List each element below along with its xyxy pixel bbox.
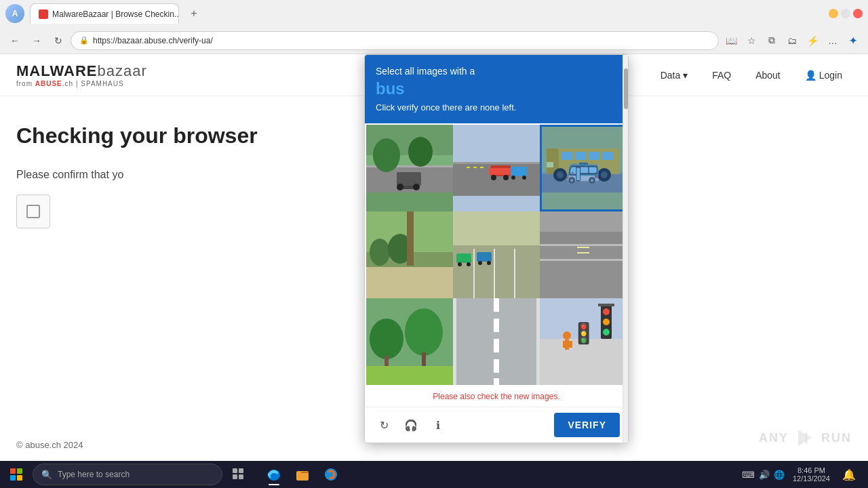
captcha-cell-6[interactable] xyxy=(540,211,627,298)
info-icon: ℹ xyxy=(436,419,440,432)
captcha-cell-9[interactable] xyxy=(540,298,627,385)
taskbar-explorer-button[interactable] xyxy=(289,462,316,487)
split-button[interactable]: ⧉ xyxy=(762,31,781,50)
login-icon: 👤 xyxy=(805,70,816,81)
notification-center-button[interactable]: 🔔 xyxy=(838,462,860,487)
extensions-button[interactable]: ⚡ xyxy=(803,31,822,50)
svg-point-20 xyxy=(491,175,496,180)
notification-icon: 🔔 xyxy=(842,468,856,481)
svg-rect-92 xyxy=(233,474,237,479)
svg-rect-91 xyxy=(239,468,243,473)
refresh-button[interactable]: ↻ xyxy=(49,31,68,50)
captcha-info-button[interactable]: ℹ xyxy=(427,414,449,436)
taskbar-clock[interactable]: 8:46 PM 12/13/2024 xyxy=(787,466,835,483)
tab-label: MalwareBazaar | Browse Checkin... xyxy=(52,9,179,19)
svg-rect-85 xyxy=(598,304,614,306)
captcha-keyword: bus xyxy=(376,79,617,98)
task-view-icon xyxy=(231,467,246,482)
svg-point-67 xyxy=(405,308,443,356)
svg-point-37 xyxy=(601,171,608,178)
volume-icon[interactable]: 🔊 xyxy=(759,470,770,480)
svg-point-82 xyxy=(603,308,610,315)
captcha-cell-8[interactable] xyxy=(453,298,540,385)
anyrun-text2: RUN xyxy=(821,431,852,445)
keyboard-icon: ⌨ xyxy=(742,470,755,480)
svg-rect-47 xyxy=(453,245,540,298)
tab-favicon xyxy=(39,9,48,19)
captcha-refresh-button[interactable]: ↻ xyxy=(373,414,395,436)
nav-about[interactable]: About xyxy=(746,66,790,85)
captcha-cell-1[interactable] xyxy=(366,125,453,211)
captcha-verify-button[interactable]: VERIFY xyxy=(554,413,620,437)
taskbar-search[interactable]: 🔍 Type here to search xyxy=(33,464,222,485)
taskbar-edge-button[interactable] xyxy=(260,462,288,487)
svg-rect-72 xyxy=(494,298,499,312)
close-button[interactable] xyxy=(853,9,863,18)
svg-point-36 xyxy=(597,168,611,182)
captcha-cell-4[interactable] xyxy=(366,211,453,298)
svg-point-34 xyxy=(553,168,567,182)
svg-marker-0 xyxy=(798,430,812,446)
browser-title-bar: A MalwareBazaar | Browse Checkin... ✕ + xyxy=(0,0,868,27)
start-button[interactable] xyxy=(3,462,30,487)
svg-rect-14 xyxy=(453,162,540,164)
forward-button[interactable]: → xyxy=(27,31,46,50)
svg-rect-19 xyxy=(489,168,512,175)
firefox-icon xyxy=(323,467,338,482)
captcha-cell-5[interactable] xyxy=(453,211,540,298)
system-tray: ⌨ 🔊 🌐 xyxy=(742,470,785,480)
captcha-cell-2[interactable] xyxy=(453,125,540,211)
settings-button[interactable]: … xyxy=(823,31,842,50)
captcha-audio-button[interactable]: 🎧 xyxy=(400,414,422,436)
read-mode-button[interactable]: 📖 xyxy=(722,31,741,50)
captcha-instruction: Click verify once there are none left. xyxy=(376,102,617,113)
svg-point-53 xyxy=(467,262,471,266)
nav-login[interactable]: 👤 Login xyxy=(795,66,852,85)
svg-point-7 xyxy=(373,138,400,172)
logo-subtext: from ABUSE.ch | SPAMHAUS xyxy=(16,80,147,87)
task-view-button[interactable] xyxy=(225,462,252,487)
svg-rect-89 xyxy=(569,341,572,348)
svg-point-56 xyxy=(487,261,491,265)
back-button[interactable]: ← xyxy=(5,31,24,50)
minimize-button[interactable] xyxy=(829,9,838,18)
maximize-button[interactable] xyxy=(841,9,850,18)
svg-rect-15 xyxy=(467,167,470,168)
captcha-cell-3[interactable] xyxy=(540,125,627,211)
nav-faq[interactable]: FAQ xyxy=(703,66,741,85)
browser-profile-avatar[interactable]: A xyxy=(5,4,24,23)
window-controls xyxy=(829,9,863,18)
svg-rect-90 xyxy=(233,468,237,473)
svg-rect-30 xyxy=(561,152,572,160)
anyrun-watermark: ANY RUN xyxy=(759,426,852,450)
svg-rect-40 xyxy=(366,266,453,298)
svg-point-24 xyxy=(522,176,526,180)
svg-rect-17 xyxy=(480,167,484,168)
copilot-button[interactable]: ✦ xyxy=(844,31,863,50)
address-text: https://bazaar.abuse.ch/verify-ua/ xyxy=(93,36,710,45)
human-checkbox[interactable] xyxy=(16,195,50,228)
svg-rect-59 xyxy=(540,244,627,246)
svg-point-43 xyxy=(370,239,390,266)
browser-tab-active[interactable]: MalwareBazaar | Browse Checkin... ✕ xyxy=(30,3,179,24)
favorites-button[interactable]: ☆ xyxy=(742,31,761,50)
svg-rect-22 xyxy=(511,167,527,176)
svg-rect-31 xyxy=(575,152,586,160)
svg-rect-16 xyxy=(473,167,477,168)
new-tab-button[interactable]: + xyxy=(184,4,203,23)
captcha-image-grid xyxy=(365,123,628,386)
svg-point-10 xyxy=(397,184,403,190)
nav-data[interactable]: Data ▾ xyxy=(651,66,697,85)
network-icon[interactable]: 🌐 xyxy=(774,470,785,480)
captcha-cell-7[interactable] xyxy=(366,298,453,385)
collections-button[interactable]: 🗂 xyxy=(783,31,802,50)
svg-point-84 xyxy=(603,329,610,336)
captcha-scrollbar[interactable] xyxy=(623,55,628,443)
windows-logo xyxy=(10,468,22,481)
taskbar-firefox-button[interactable] xyxy=(317,462,344,487)
svg-rect-62 xyxy=(577,252,589,253)
svg-rect-74 xyxy=(494,339,499,352)
svg-rect-51 xyxy=(456,253,471,263)
svg-rect-32 xyxy=(589,152,599,160)
address-bar[interactable]: 🔒 https://bazaar.abuse.ch/verify-ua/ xyxy=(71,31,719,50)
